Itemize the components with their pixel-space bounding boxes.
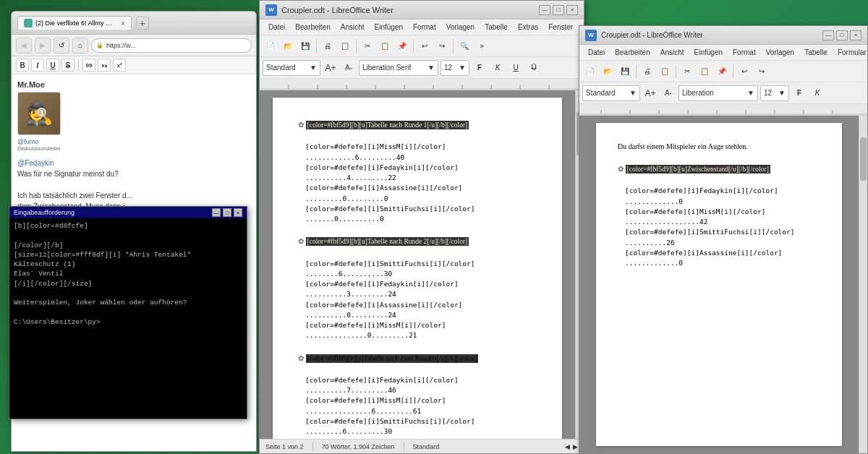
menu-datei[interactable]: Datei	[264, 22, 289, 33]
writer-second-menubar: Datei Bearbeiten Ansicht Einfügen Format…	[579, 45, 867, 61]
menu-vorlagen[interactable]: Vorlagen	[442, 22, 479, 33]
second-cut-button[interactable]: ✂	[679, 64, 695, 80]
second-paste-button[interactable]: 📌	[714, 64, 730, 80]
second-menu-einfuegen[interactable]: Einfügen	[690, 47, 727, 58]
minimize-button[interactable]: —	[539, 5, 550, 15]
more-tools-button[interactable]: »	[474, 38, 490, 54]
doc-section-3: ✿ [color=#0ff88][b][u]Tabelle nach zwei …	[298, 353, 537, 364]
strikethrough-button[interactable]: S	[61, 59, 75, 72]
tab-label: (2) Die verflixte 6! Allmy Würfe...	[35, 20, 115, 27]
toolbar-sep2	[356, 39, 357, 53]
tab-close-button[interactable]: ×	[121, 20, 125, 27]
new-doc-button[interactable]: 📄	[263, 38, 278, 54]
second-save-button[interactable]: 💾	[617, 64, 633, 80]
status-words: 70 Wörter, 1.904 Zeichen	[322, 443, 395, 450]
size-dropdown[interactable]: 12 ▼	[441, 60, 469, 76]
second-italic-button[interactable]: K	[809, 85, 825, 101]
second-pdf-button[interactable]: 📋	[657, 64, 673, 80]
entry-fedaykin-3: [color=#defefe][i]Fedaykin[i][/color] ..…	[305, 375, 537, 396]
redo-button[interactable]: ↪	[434, 38, 450, 54]
entry-smittifuchsi-2: [color=#defefe][i]SmittiFuchsi[i][/color…	[305, 259, 537, 280]
second-menu-ansicht[interactable]: Ansicht	[656, 47, 689, 58]
paste-button[interactable]: 📌	[394, 38, 410, 54]
bullet-3: ✿	[298, 354, 306, 362]
url-bar[interactable]: 🔒 https://w...	[91, 38, 252, 53]
second-scrollbar-thumb[interactable]	[860, 137, 867, 181]
second-vertical-scrollbar[interactable]	[859, 116, 867, 453]
font-dropdown[interactable]: Liberation Serif ▼	[359, 60, 438, 76]
bold-format-button[interactable]: F	[472, 60, 488, 76]
quote-button[interactable]: 99	[82, 59, 95, 72]
new-tab-button[interactable]: +	[136, 17, 149, 30]
second-menu-vorlagen[interactable]: Vorlagen	[762, 47, 799, 58]
open-button[interactable]: 📂	[280, 38, 296, 54]
second-print-button[interactable]: 🖨	[639, 64, 655, 80]
undo-button[interactable]: ↩	[417, 38, 433, 54]
second-menu-formular[interactable]: Formular	[833, 47, 868, 58]
copy-button[interactable]: 📋	[377, 38, 393, 54]
decrease-font-button[interactable]: A-	[341, 60, 357, 76]
second-menu-datei[interactable]: Datei	[584, 47, 609, 58]
second-style-dropdown[interactable]: Standard ▼	[582, 85, 640, 101]
second-maximize-button[interactable]: □	[836, 30, 848, 40]
menu-extras[interactable]: Extras	[514, 22, 542, 33]
subscript-button[interactable]: x₂	[98, 59, 111, 72]
cmd-minimize-button[interactable]: —	[212, 208, 221, 217]
reload-button[interactable]: ↺	[54, 38, 69, 53]
home-button[interactable]: ⌂	[72, 38, 88, 53]
increase-font-button[interactable]: A+	[323, 60, 339, 76]
second-menu-tabelle[interactable]: Tabelle	[800, 47, 832, 58]
underline-format-button[interactable]: U	[508, 60, 524, 76]
cmd-close-button[interactable]: ×	[234, 208, 242, 217]
second-new-doc-button[interactable]: 📄	[582, 64, 598, 80]
forward-button[interactable]: ▶	[35, 38, 51, 53]
print-button[interactable]: 🖨	[320, 38, 336, 54]
entry-assassine-1: [color=#defefe][i]Assassine[i][/color] .…	[305, 183, 537, 204]
second-redo-button[interactable]: ↪	[754, 64, 770, 80]
menu-einfuegen[interactable]: Einfügen	[370, 22, 407, 33]
doc-heading-1-text: [color=#fbf5d9][b][u]Tabelle nach Runde …	[306, 121, 469, 129]
browser-tab[interactable]: (2) Die verflixte 6! Allmy Würfe... ×	[17, 16, 132, 30]
status-nav-prev[interactable]: ◀	[565, 443, 570, 450]
second-close-button[interactable]: ×	[850, 30, 861, 40]
second-font-dropdown[interactable]: Liberation ▼	[678, 85, 758, 101]
second-undo-button[interactable]: ↩	[736, 64, 752, 80]
second-bold-button[interactable]: F	[791, 85, 807, 101]
cut-button[interactable]: ✂	[359, 38, 375, 54]
italic-button[interactable]: I	[31, 59, 44, 72]
second-size-dropdown[interactable]: 12 ▼	[760, 85, 789, 101]
second-menu-format[interactable]: Format	[728, 47, 760, 58]
status-nav-next[interactable]: ▶	[573, 443, 578, 450]
menu-ansicht[interactable]: Ansicht	[336, 22, 369, 33]
italic-format-button[interactable]: K	[490, 60, 506, 76]
maximize-button[interactable]: □	[553, 5, 564, 15]
close-button[interactable]: ×	[566, 5, 578, 15]
second-open-button[interactable]: 📂	[600, 64, 616, 80]
second-decrease-font[interactable]: A-	[660, 85, 676, 101]
cmd-content[interactable]: [b][color=#d8fcfe] [/color][/b] [size=11…	[9, 218, 247, 419]
second-copy-button[interactable]: 📋	[697, 64, 712, 80]
toolbar-separator	[78, 59, 79, 71]
username: Mr.Moe	[17, 80, 250, 89]
style-dropdown[interactable]: Standard ▼	[263, 60, 320, 76]
menu-tabelle[interactable]: Tabelle	[480, 22, 512, 33]
menu-bearbeiten[interactable]: Bearbeiten	[291, 22, 334, 33]
second-menu-bearbeiten[interactable]: Bearbeiten	[610, 47, 654, 58]
back-button[interactable]: ◀	[16, 38, 32, 53]
entry-fedaykin-2: [color=#defefe][i]Fedaykin[i][/color] ..…	[305, 279, 537, 300]
bold-button[interactable]: B	[16, 59, 29, 72]
browser-titlebar: (2) Die verflixte 6! Allmy Würfe... × +	[12, 12, 256, 35]
underline-button[interactable]: U	[46, 59, 59, 72]
strikethrough-format-button[interactable]: Ü	[526, 60, 542, 76]
second-minimize-button[interactable]: —	[822, 30, 834, 40]
writer-second-toolbar1: 📄 📂 💾 🖨 📋 ✂ 📋 📌 ↩ ↪	[579, 61, 867, 82]
cmd-maximize-button[interactable]: □	[223, 208, 231, 217]
superscript-button[interactable]: x²	[113, 59, 126, 72]
find-button[interactable]: 🔍	[456, 38, 472, 54]
save-button[interactable]: 💾	[297, 38, 313, 54]
second-increase-font[interactable]: A+	[642, 85, 658, 101]
pdf-button[interactable]: 📋	[337, 38, 353, 54]
writer-main-toolbar1: 📄 📂 💾 🖨 📋 ✂ 📋 📌 ↩ ↪ 🔍 »	[260, 35, 584, 57]
menu-format[interactable]: Format	[409, 22, 441, 33]
menu-fenster[interactable]: Fenster	[544, 22, 577, 33]
